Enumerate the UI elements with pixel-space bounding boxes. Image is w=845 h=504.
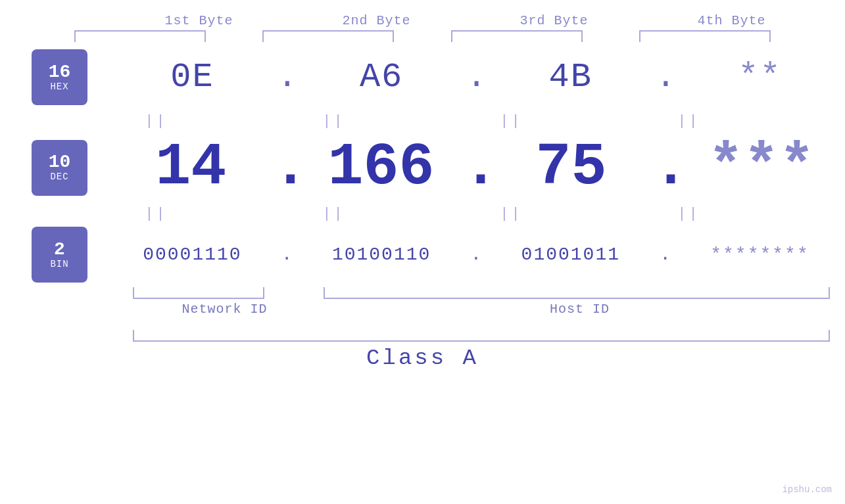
bin-row: 2 BIN 00001110 . 10100110 . 01001011 . *… bbox=[0, 227, 845, 283]
dec-badge-number: 10 bbox=[49, 153, 71, 172]
dec-badge: 10 DEC bbox=[32, 140, 87, 196]
hex-row: 16 HEX 0E . A6 . 4B . ** bbox=[0, 49, 845, 105]
eq-1-3: || bbox=[439, 113, 584, 129]
hex-value-1: 0E bbox=[120, 58, 264, 97]
dec-value-4: *** bbox=[689, 134, 834, 201]
bin-badge-number: 2 bbox=[54, 241, 65, 259]
byte-label-4: 4th Byte bbox=[660, 13, 804, 28]
class-bracket-row bbox=[133, 330, 830, 342]
bin-badge: 2 BIN bbox=[32, 227, 87, 283]
eq-2-1: || bbox=[84, 206, 229, 222]
network-id-label: Network ID bbox=[133, 302, 317, 317]
eq-2-3: || bbox=[439, 206, 584, 222]
eq-2-2: || bbox=[262, 206, 406, 222]
dec-row: 10 DEC 14 . 166 . 75 . *** bbox=[0, 134, 845, 201]
class-label-row: Class A bbox=[0, 346, 845, 371]
bin-badge-name: BIN bbox=[50, 259, 68, 269]
equals-row-1: || || || || bbox=[68, 113, 778, 129]
host-id-label: Host ID bbox=[330, 302, 830, 317]
hex-value-3: 4B bbox=[498, 58, 643, 97]
dot-hex-3: . bbox=[656, 58, 675, 97]
eq-2-4: || bbox=[617, 206, 761, 222]
byte-label-2: 2nd Byte bbox=[304, 13, 449, 28]
equals-row-2: || || || || bbox=[68, 206, 778, 222]
dec-values: 14 . 166 . 75 . *** bbox=[87, 134, 845, 201]
hex-value-2: A6 bbox=[309, 58, 454, 97]
hex-badge: 16 HEX bbox=[32, 49, 87, 105]
top-brackets bbox=[74, 30, 771, 42]
dec-value-2: 166 bbox=[308, 134, 453, 201]
bin-values: 00001110 . 10100110 . 01001011 . *******… bbox=[87, 244, 845, 265]
bottom-bracket-host bbox=[324, 287, 830, 299]
main-container: 1st Byte 2nd Byte 3rd Byte 4th Byte 16 H… bbox=[0, 0, 845, 504]
id-labels: Network ID Host ID bbox=[133, 302, 830, 317]
watermark: ipshu.com bbox=[782, 484, 832, 495]
top-bracket-1 bbox=[74, 30, 206, 42]
eq-1-1: || bbox=[84, 113, 229, 129]
top-bracket-2 bbox=[262, 30, 394, 42]
dot-bin-2: . bbox=[466, 244, 486, 265]
top-bracket-3 bbox=[451, 30, 583, 42]
dot-hex-1: . bbox=[277, 58, 297, 97]
hex-values: 0E . A6 . 4B . ** bbox=[87, 58, 845, 97]
class-bracket bbox=[133, 330, 830, 342]
byte-label-1: 1st Byte bbox=[127, 13, 272, 28]
dot-bin-3: . bbox=[656, 244, 675, 265]
dot-hex-2: . bbox=[466, 58, 486, 97]
class-label: Class A bbox=[366, 346, 479, 371]
hex-badge-name: HEX bbox=[50, 81, 68, 92]
bottom-bracket-network bbox=[133, 287, 264, 299]
byte-labels-row: 1st Byte 2nd Byte 3rd Byte 4th Byte bbox=[110, 13, 821, 28]
dec-value-1: 14 bbox=[118, 134, 263, 201]
eq-1-2: || bbox=[262, 113, 406, 129]
dot-dec-2: . bbox=[463, 134, 489, 201]
top-bracket-4 bbox=[639, 30, 771, 42]
bin-value-1: 00001110 bbox=[120, 244, 264, 265]
hex-badge-number: 16 bbox=[49, 63, 71, 81]
bin-value-2: 10100110 bbox=[309, 244, 454, 265]
hex-value-4: ** bbox=[687, 58, 832, 97]
dot-dec-3: . bbox=[653, 134, 679, 201]
dec-value-3: 75 bbox=[499, 134, 644, 201]
dec-badge-name: DEC bbox=[50, 172, 68, 182]
bin-value-4: ******** bbox=[687, 244, 832, 265]
byte-label-3: 3rd Byte bbox=[482, 13, 627, 28]
eq-1-4: || bbox=[617, 113, 761, 129]
dot-dec-1: . bbox=[273, 134, 299, 201]
bottom-brackets bbox=[133, 287, 830, 299]
dot-bin-1: . bbox=[277, 244, 297, 265]
bin-value-3: 01001011 bbox=[498, 244, 643, 265]
